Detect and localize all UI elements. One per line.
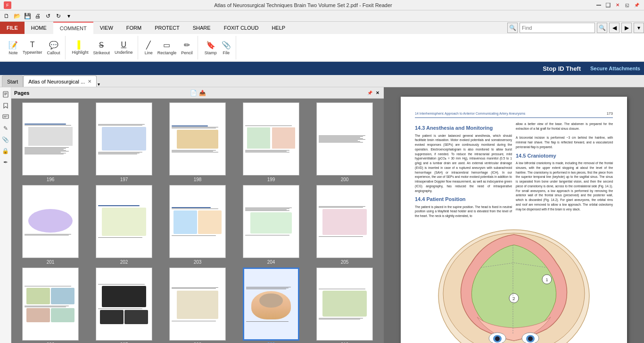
pdf-page-header: 14 Interhemispheric Approach to Anterior… <box>415 111 613 118</box>
pencil-button[interactable]: ✏ Pencil <box>179 40 195 56</box>
tab-file[interactable]: FILE <box>0 22 25 34</box>
page-thumb-206[interactable]: 206 <box>15 268 86 343</box>
sidebar-attach-icon[interactable]: 📎 <box>0 134 11 145</box>
print-button[interactable]: 🖨 <box>33 11 42 21</box>
search-prev-button[interactable]: ◀ <box>609 23 619 33</box>
search-options-button[interactable]: ▾ <box>634 23 644 33</box>
panel-close-button[interactable]: ✕ <box>374 90 381 96</box>
page-thumb-204[interactable]: 204 <box>236 185 306 265</box>
notification-banner[interactable]: Stop ID Theft Secure Attachments <box>0 62 644 75</box>
highlight-button[interactable]: ▌ Highlight <box>70 40 91 56</box>
tab-close-button[interactable]: ✕ <box>88 79 91 84</box>
pdf-body-craniotomy: A low bifrontal craniotomy is made, incl… <box>516 161 613 211</box>
maximize-button[interactable] <box>604 2 612 8</box>
page-num-205: 205 <box>341 259 349 265</box>
ribbon-group-note: 📝 Note T Typewriter 💬 Callout <box>4 36 66 59</box>
tab-form[interactable]: FORM <box>120 22 148 34</box>
page-thumb-198[interactable]: 198 <box>162 102 233 182</box>
ribbon-group-highlight: ▌ Highlight S̶ Strikeout U Underline <box>67 36 138 59</box>
tab-start[interactable]: Start <box>2 75 23 87</box>
sidebar-pages-icon[interactable] <box>0 89 11 100</box>
page-num-196: 196 <box>47 177 55 182</box>
page-thumb-203[interactable]: 203 <box>162 185 233 265</box>
toolbar-customize-button[interactable]: ▾ <box>64 11 74 21</box>
page-thumb-210[interactable]: 210 <box>309 268 380 343</box>
sticky-note-button[interactable]: 📝 Note <box>7 40 20 56</box>
pages-panel-title: Pages <box>14 90 29 96</box>
tab-view[interactable]: VIEW <box>93 22 120 34</box>
page-num-202: 202 <box>120 259 128 265</box>
stamp-button[interactable]: 🔖 Stamp <box>203 40 219 56</box>
page-num-201: 201 <box>47 259 55 265</box>
sidebar-lock-icon[interactable]: 🔒 <box>0 146 11 156</box>
pdf-page-number: 173 <box>607 111 613 116</box>
panel-pin-button[interactable]: 📌 <box>367 90 373 96</box>
search-input[interactable] <box>520 23 595 33</box>
page-thumb-207[interactable]: 207 <box>89 268 159 343</box>
underline-button[interactable]: U Underline <box>113 40 135 56</box>
pages-panel-icon-extract[interactable]: 📤 <box>199 90 206 96</box>
tab-dropdown-button[interactable]: ▾ <box>98 82 100 87</box>
tab-home[interactable]: HOME <box>25 22 53 34</box>
tab-protect[interactable]: PROTECT <box>148 22 186 34</box>
pages-panel-icons: 📄 📤 <box>190 90 206 96</box>
rectangle-button[interactable]: ▭ Rectangle <box>156 40 179 56</box>
page-thumb-199[interactable]: 199 <box>236 102 306 182</box>
undo-button[interactable]: ↺ <box>43 11 53 21</box>
search-submit-button[interactable]: 🔍 <box>597 23 607 33</box>
pages-panel-header: Pages 📄 📤 📌 ✕ <box>11 87 384 99</box>
line-button[interactable]: ╱ Line <box>143 40 155 56</box>
quick-access-toolbar: 🗋 📂 💾 🖨 ↺ ↻ ▾ <box>0 10 644 22</box>
minimize-button[interactable] <box>595 2 603 8</box>
tab-help[interactable]: HELP <box>265 22 292 34</box>
page-thumb-205[interactable]: 205 <box>309 185 380 265</box>
sidebar-comments-icon[interactable] <box>0 112 11 122</box>
tab-atlas-label: Atlas of Neurosurgical ... <box>28 79 85 84</box>
pdf-chapter-header: 14 Interhemispheric Approach to Anterior… <box>415 111 525 116</box>
new-file-button[interactable]: 🗋 <box>2 11 11 21</box>
pin-button[interactable]: 📌 <box>633 2 640 8</box>
main-content: ✎ 📎 🔒 ✒ Pages 📄 📤 📌 ✕ <box>0 87 644 343</box>
ribbon: FILE HOME COMMENT VIEW FORM PROTECT SHAR… <box>0 22 644 62</box>
svg-point-15 <box>495 336 500 341</box>
page-num-197: 197 <box>120 177 128 182</box>
extra-control-button[interactable]: ◱ <box>623 2 631 8</box>
save-button[interactable]: 💾 <box>23 11 32 21</box>
attach-file-button[interactable]: 📎 File <box>220 40 233 56</box>
page-thumb-201[interactable]: 201 <box>15 185 86 265</box>
search-next-button[interactable]: ▶ <box>621 23 632 33</box>
pdf-page: 14 Interhemispheric Approach to Anterior… <box>401 97 627 343</box>
search-icon-button[interactable]: 🔍 <box>507 23 518 33</box>
svg-point-16 <box>528 336 533 341</box>
tab-atlas[interactable]: Atlas of Neurosurgical ... ✕ <box>23 75 97 87</box>
tabs-bar: Start Atlas of Neurosurgical ... ✕ ▾ <box>0 75 644 87</box>
close-button[interactable]: ✕ <box>614 2 621 8</box>
tab-comment[interactable]: COMMENT <box>53 22 93 34</box>
page-thumb-200[interactable]: 200 <box>309 102 380 182</box>
page-thumb-196[interactable]: 196 <box>15 102 86 182</box>
sidebar-sign-icon[interactable]: ✒ <box>0 157 11 167</box>
typewriter-button[interactable]: T Typewriter <box>21 40 44 56</box>
tab-foxit-cloud[interactable]: FOXIT CLOUD <box>217 22 265 34</box>
sidebar-edit-icon[interactable]: ✎ <box>0 123 11 134</box>
window-controls[interactable]: ✕ ◱ 📌 <box>595 2 640 8</box>
strikeout-button[interactable]: S̶ Strikeout <box>91 40 112 56</box>
redo-button[interactable]: ↻ <box>54 11 63 21</box>
title-bar: F Atlas of Neurosurgical Techniques Brai… <box>0 0 644 10</box>
pages-panel: Pages 📄 📤 📌 ✕ <box>11 87 384 343</box>
pdf-section-craniotomy: 14.5 Craniotomy <box>516 152 613 159</box>
page-thumb-209[interactable]: 209 <box>236 268 306 343</box>
tab-start-label: Start <box>7 79 18 84</box>
pages-panel-icon-add[interactable]: 📄 <box>190 90 197 96</box>
callout-button[interactable]: 💬 Callout <box>45 40 62 56</box>
open-file-button[interactable]: 📂 <box>12 11 22 21</box>
pdf-viewer[interactable]: 14 Interhemispheric Approach to Anterior… <box>384 87 644 343</box>
pdf-section-patient: 14.4 Patient Position <box>415 196 512 203</box>
tab-share[interactable]: SHARE <box>186 22 217 34</box>
page-thumb-202[interactable]: 202 <box>89 185 159 265</box>
sidebar-bookmarks-icon[interactable] <box>0 100 11 111</box>
page-thumb-197[interactable]: 197 <box>89 102 159 182</box>
page-thumb-208[interactable]: 208 <box>162 268 233 343</box>
pages-grid: 196 197 <box>11 99 384 343</box>
pdf-body-patient: The patient is placed in the supine posi… <box>415 205 512 218</box>
